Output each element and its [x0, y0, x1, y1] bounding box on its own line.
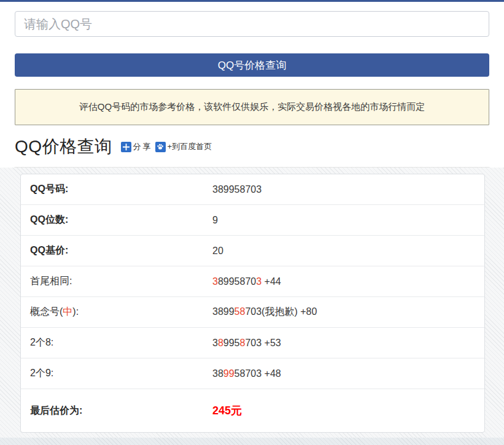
- table-row: 首尾相同:389958703 +44: [21, 266, 484, 297]
- row-label: 2个9:: [21, 367, 212, 380]
- result-table: QQ号码:389958703QQ位数:9QQ基价:20首尾相同:38995870…: [20, 174, 485, 433]
- share-widget: 分享 +到百度首页: [121, 141, 212, 152]
- table-row: 2个8:389958703 +53: [21, 328, 484, 358]
- page-header: QQ价格查询 分享 +到百度首页: [15, 135, 489, 168]
- row-label: 概念号(中):: [21, 306, 212, 319]
- row-value: 389958703 +44: [212, 276, 484, 287]
- result-section: QQ号码:389958703QQ位数:9QQ基价:20首尾相同:38995870…: [0, 168, 504, 438]
- row-label: 最后估价为:: [21, 404, 212, 417]
- baidu-paw-icon[interactable]: [155, 142, 166, 152]
- row-label: 2个8:: [21, 336, 212, 349]
- table-row: 2个9:389958703 +48: [21, 358, 484, 389]
- qq-number-input[interactable]: [15, 11, 489, 37]
- page-title: QQ价格查询: [15, 135, 112, 158]
- row-label: QQ号码:: [21, 183, 212, 196]
- table-row: QQ位数:9: [21, 205, 484, 236]
- table-row: QQ基价:20: [21, 236, 484, 266]
- share-label: 分享: [133, 141, 153, 152]
- row-value: 389958703 +48: [212, 368, 484, 379]
- row-value: 389958703 +53: [212, 338, 484, 349]
- row-label: 首尾相同:: [21, 275, 212, 288]
- price-query-button[interactable]: QQ号价格查询: [15, 53, 489, 77]
- share-link[interactable]: 分享: [121, 141, 153, 152]
- table-row: 最后估价为:245元: [21, 389, 484, 432]
- table-row: 概念号(中):389958703(我抱歉) +80: [21, 297, 484, 328]
- top-accent-bar: [0, 0, 504, 2]
- row-value: 20: [212, 246, 484, 257]
- table-row: QQ号码:389958703: [21, 174, 484, 205]
- footer-strip: [0, 438, 504, 445]
- query-panel: QQ号价格查询 评估QQ号码的市场参考价格，该软件仅供娱乐，实际交易价格视各地的…: [0, 11, 504, 168]
- row-value: 245元: [212, 403, 484, 418]
- disclaimer-notice: 评估QQ号码的市场参考价格，该软件仅供娱乐，实际交易价格视各地的市场行情而定: [15, 89, 489, 125]
- baidu-home-link[interactable]: +到百度首页: [155, 141, 212, 152]
- row-value: 389958703: [212, 184, 484, 195]
- row-label: QQ基价:: [21, 244, 212, 257]
- row-label: QQ位数:: [21, 214, 212, 226]
- row-value: 9: [212, 215, 484, 226]
- baidu-home-label: +到百度首页: [168, 141, 212, 152]
- row-value: 389958703(我抱歉) +80: [212, 306, 484, 319]
- baidu-share-icon[interactable]: [121, 142, 131, 152]
